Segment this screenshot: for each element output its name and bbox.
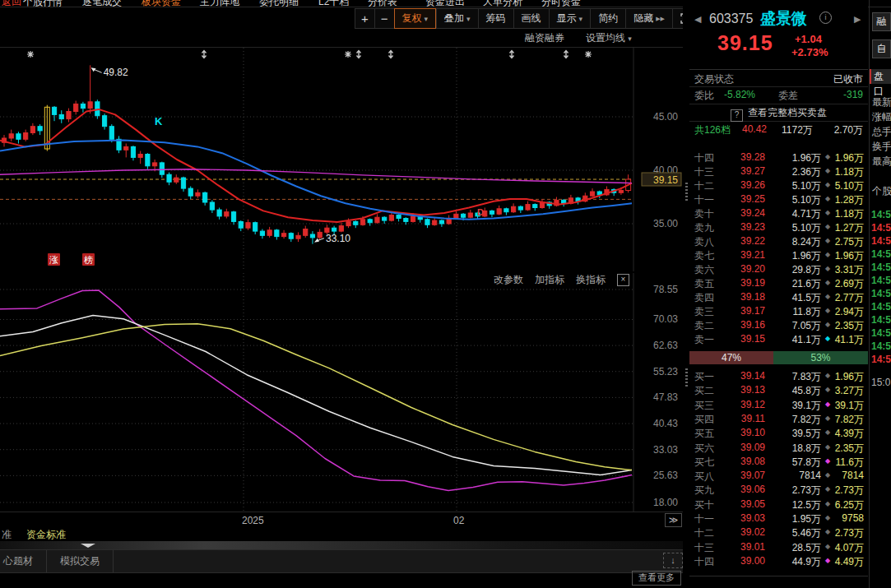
menu-item-资金进出[interactable]: 资金进出: [425, 0, 465, 7]
level-volume: 39.5万: [765, 427, 821, 441]
sell-row-卖三[interactable]: 卖三39.1711.8万◆2.94万: [689, 305, 868, 319]
buy-row-买一[interactable]: 买一39.147.83万◆1.96万: [689, 370, 868, 384]
candlestick-chart[interactable]: 45.0040.0035.0049.8233.10KD涨榜39.15: [0, 48, 683, 271]
sell-row-卖七[interactable]: 卖七39.211.96万◆1.96万: [689, 249, 868, 263]
buy-row-十三[interactable]: 十三39.0128.5万◆4.07万: [689, 541, 868, 555]
buy-row-买九[interactable]: 买九39.062.73万◆2.73万: [689, 484, 868, 498]
sell-row-卖八[interactable]: 卖八39.228.24万◆2.75万: [689, 235, 868, 249]
candle: [246, 220, 250, 230]
level-volume-2: 4.07万: [828, 541, 864, 555]
view-more-button[interactable]: 查看更多: [632, 571, 681, 586]
sell-row-卖二[interactable]: 卖二39.167.05万◆2.35万: [689, 319, 868, 333]
toolbar-button-+[interactable]: +: [355, 9, 374, 28]
sub-toolbar: 融资融券 设置均线 ▾: [0, 28, 683, 48]
full-book-link[interactable]: 查看完整档买卖盘: [748, 107, 827, 118]
menu-item-分价表[interactable]: 分价表: [368, 0, 397, 7]
level-price: 39.22: [724, 235, 765, 247]
buy-row-买六[interactable]: 买六39.0918.8万◆2.35万: [689, 442, 868, 456]
toolbar-button-筹码[interactable]: 筹码: [478, 9, 513, 28]
buy-row-买八[interactable]: 买八39.077814◆7814: [689, 470, 868, 484]
menu-item-主力阵地[interactable]: 主力阵地: [200, 0, 239, 7]
indicator-tab-partial[interactable]: 准: [2, 528, 12, 542]
sell-row-十三[interactable]: 十三39.272.36万◆1.18万: [689, 165, 868, 179]
toolbar-button-复权[interactable]: 复权▾: [394, 8, 437, 29]
sell-row-卖五[interactable]: 卖五39.1921.6万◆2.69万: [689, 277, 868, 291]
menu-item-分时资金[interactable]: 分时资金: [541, 0, 581, 7]
next-stock-arrow[interactable]: ▶: [854, 14, 861, 25]
level-volume-2: 4.49万: [828, 555, 864, 569]
toolbar-button-−[interactable]: −: [374, 9, 394, 28]
collapse-arrow-icon[interactable]: [81, 544, 95, 548]
buy-row-买四[interactable]: 买四39.117.82万◆7.82万: [689, 413, 868, 427]
level-label: 卖五: [694, 277, 714, 291]
toolbar-button-简约[interactable]: 简约: [590, 9, 625, 28]
sell-row-卖四[interactable]: 卖四39.1841.5万◆2.77万: [689, 291, 868, 305]
toolbar-button-显示[interactable]: 显示▾: [549, 9, 591, 28]
strip-button-融[interactable]: 融: [872, 12, 891, 31]
buy-row-十四[interactable]: 十四39.0044.9万◆4.49万: [689, 555, 868, 569]
level-volume: 1.96万: [765, 249, 821, 263]
candle: [490, 210, 494, 217]
margin-trading-link[interactable]: 融资融券: [525, 31, 564, 45]
buy-row-买十[interactable]: 买十39.0512.5万◆6.25万: [689, 498, 868, 512]
sell-row-十一[interactable]: 十一39.255.10万◆1.28万: [689, 193, 868, 207]
menu-item-L2十档[interactable]: L2十档: [318, 0, 349, 7]
scroll-right-button[interactable]: ≫: [665, 513, 682, 527]
panel-splitter[interactable]: [0, 541, 683, 549]
buy-row-买二[interactable]: 买二39.1345.8万◆3.27万: [689, 384, 868, 398]
menu-item-板块资金[interactable]: 板块资金: [142, 0, 181, 7]
level-label: 买十: [694, 498, 714, 512]
strip-button-自[interactable]: 自: [872, 39, 891, 58]
fund-fast-magenta: [0, 290, 632, 490]
indicator-tab-active[interactable]: 资金标准: [26, 528, 66, 542]
divider-grip[interactable]: [685, 368, 688, 387]
right-side-strip: 融自盘口最新涨幅总手换手最高个股14:514:514:514:514:514:5…: [869, 0, 891, 588]
level-volume: 5.10万: [765, 221, 821, 235]
buy-row-十一[interactable]: 十一39.031.95万◆9758: [689, 512, 868, 526]
sell-row-十二[interactable]: 十二39.265.10万◆5.10万: [689, 179, 868, 193]
candle: [318, 229, 322, 240]
menu-item-逐笔成交[interactable]: 逐笔成交: [82, 0, 122, 7]
candle: [138, 151, 142, 164]
tick-time: 14:5: [871, 288, 891, 299]
buy-row-买五[interactable]: 买五39.1039.5万◆4.39万: [689, 427, 868, 441]
level-label: 十二: [694, 179, 714, 193]
candle: [52, 106, 56, 121]
divider-grip[interactable]: [685, 183, 688, 201]
menu-item-委托明细[interactable]: 委托明细: [259, 0, 299, 7]
strip-label-涨幅: 涨幅: [872, 110, 891, 124]
strip-section-stock[interactable]: 个股: [872, 184, 891, 198]
collapse-panel-icon[interactable]: ↓: [663, 553, 683, 568]
sell-row-卖一[interactable]: 卖一39.1541.1万◆41.1万: [689, 333, 868, 347]
level-label: 十二: [694, 526, 714, 540]
price-badge-value: 39.15: [653, 174, 678, 186]
buy-row-十二[interactable]: 十二39.025.46万◆2.73万: [689, 526, 868, 540]
menu-item-大单分析[interactable]: 大单分析: [483, 0, 522, 7]
weicha-value: -319: [843, 89, 863, 100]
sell-row-十四[interactable]: 十四39.281.96万◆1.96万: [689, 151, 868, 165]
buy-row-买三[interactable]: 买三39.1239.1万◆39.1万: [689, 399, 868, 413]
tab-simulated-trading[interactable]: 模拟交易: [47, 550, 114, 572]
tick-time: 14:5: [871, 340, 891, 352]
level-volume-2: 1.18万: [828, 165, 864, 179]
sell-row-卖九[interactable]: 卖九39.235.10万◆1.27万: [689, 221, 868, 235]
menu-item-个股行情[interactable]: 个股行情: [23, 0, 63, 7]
info-icon[interactable]: i: [819, 12, 832, 24]
candle: [59, 110, 63, 123]
toolbar-button-隐藏[interactable]: 隐藏▶▶: [625, 9, 672, 28]
sell-row-卖六[interactable]: 卖六39.2029.8万◆3.31万: [689, 263, 868, 277]
tab-core-topics[interactable]: 心题材: [0, 550, 47, 572]
level-price: 39.17: [724, 305, 765, 317]
fund-indicator-chart[interactable]: 78.5570.0362.6355.2347.8340.4333.0325.63…: [0, 273, 683, 512]
menu-item-返回[interactable]: 返回: [2, 0, 21, 7]
svg-text:70.03: 70.03: [653, 313, 678, 325]
ma-settings-link[interactable]: 设置均线 ▾: [586, 31, 632, 45]
strip-tab-pankou[interactable]: 盘口: [870, 69, 891, 84]
help-icon[interactable]: ?: [731, 109, 743, 122]
buy-row-买七[interactable]: 买七39.0857.8万◆11.6万: [689, 456, 868, 470]
toolbar-button-画线[interactable]: 画线: [513, 9, 549, 28]
sell-row-卖十[interactable]: 卖十39.244.71万◆1.18万: [689, 207, 868, 221]
full-book-row[interactable]: ?查看完整档买卖盘: [689, 104, 868, 122]
prev-stock-arrow[interactable]: ◀: [694, 14, 701, 25]
toolbar-button-叠加[interactable]: 叠加▾: [436, 9, 478, 28]
